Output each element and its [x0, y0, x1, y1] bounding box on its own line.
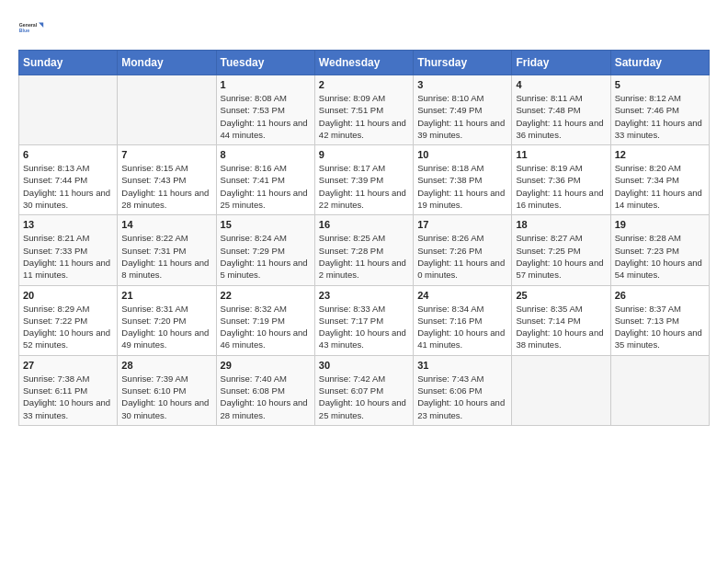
- calendar-cell: 29Sunrise: 7:40 AM Sunset: 6:08 PM Dayli…: [216, 355, 314, 425]
- calendar-cell: 16Sunrise: 8:25 AM Sunset: 7:28 PM Dayli…: [314, 215, 413, 285]
- calendar-cell: 20Sunrise: 8:29 AM Sunset: 7:22 PM Dayli…: [19, 285, 118, 355]
- calendar-cell: 28Sunrise: 7:39 AM Sunset: 6:10 PM Dayli…: [118, 355, 216, 425]
- calendar-cell: [512, 355, 610, 425]
- svg-text:General: General: [19, 22, 38, 28]
- day-info: Sunrise: 8:34 AM Sunset: 7:16 PM Dayligh…: [417, 303, 507, 351]
- day-info: Sunrise: 8:21 AM Sunset: 7:33 PM Dayligh…: [23, 232, 113, 281]
- day-number: 5: [615, 79, 705, 90]
- day-number: 10: [417, 149, 507, 160]
- day-info: Sunrise: 7:39 AM Sunset: 6:10 PM Dayligh…: [121, 373, 211, 421]
- calendar-cell: 9Sunrise: 8:17 AM Sunset: 7:39 PM Daylig…: [314, 145, 413, 215]
- logo-icon: GeneralBlue: [18, 15, 44, 40]
- calendar-cell: 24Sunrise: 8:34 AM Sunset: 7:16 PM Dayli…: [414, 285, 512, 355]
- day-number: 9: [319, 149, 409, 160]
- calendar-cell: 31Sunrise: 7:43 AM Sunset: 6:06 PM Dayli…: [414, 355, 512, 425]
- calendar-cell: 1Sunrise: 8:08 AM Sunset: 7:53 PM Daylig…: [216, 75, 314, 145]
- weekday-header: Thursday: [414, 51, 512, 75]
- day-info: Sunrise: 7:40 AM Sunset: 6:08 PM Dayligh…: [221, 373, 311, 421]
- weekday-header: Friday: [512, 51, 610, 75]
- calendar-cell: 8Sunrise: 8:16 AM Sunset: 7:41 PM Daylig…: [216, 145, 314, 215]
- day-number: 21: [121, 290, 211, 301]
- day-number: 29: [221, 360, 311, 371]
- calendar-week-row: 13Sunrise: 8:21 AM Sunset: 7:33 PM Dayli…: [19, 215, 710, 285]
- day-info: Sunrise: 7:38 AM Sunset: 6:11 PM Dayligh…: [23, 373, 113, 421]
- svg-marker-2: [39, 22, 43, 28]
- calendar-week-row: 1Sunrise: 8:08 AM Sunset: 7:53 PM Daylig…: [19, 75, 710, 145]
- day-info: Sunrise: 7:42 AM Sunset: 6:07 PM Dayligh…: [319, 373, 409, 421]
- day-info: Sunrise: 8:29 AM Sunset: 7:22 PM Dayligh…: [23, 303, 113, 351]
- day-info: Sunrise: 8:22 AM Sunset: 7:31 PM Dayligh…: [121, 232, 211, 281]
- day-number: 14: [121, 219, 211, 230]
- calendar-cell: 15Sunrise: 8:24 AM Sunset: 7:29 PM Dayli…: [216, 215, 314, 285]
- day-number: 6: [23, 149, 113, 160]
- weekday-header: Sunday: [19, 51, 118, 75]
- svg-text:Blue: Blue: [19, 28, 29, 33]
- day-info: Sunrise: 8:18 AM Sunset: 7:38 PM Dayligh…: [417, 162, 507, 211]
- calendar-cell: 2Sunrise: 8:09 AM Sunset: 7:51 PM Daylig…: [314, 75, 413, 145]
- day-number: 19: [615, 219, 705, 230]
- day-number: 1: [221, 79, 311, 90]
- day-number: 22: [221, 290, 311, 301]
- page-header: GeneralBlue: [18, 15, 710, 40]
- calendar-cell: 10Sunrise: 8:18 AM Sunset: 7:38 PM Dayli…: [414, 145, 512, 215]
- day-info: Sunrise: 8:33 AM Sunset: 7:17 PM Dayligh…: [319, 303, 409, 351]
- day-info: Sunrise: 8:26 AM Sunset: 7:26 PM Dayligh…: [417, 232, 507, 281]
- weekday-header: Saturday: [610, 51, 709, 75]
- day-info: Sunrise: 8:27 AM Sunset: 7:25 PM Dayligh…: [516, 232, 606, 281]
- day-info: Sunrise: 8:37 AM Sunset: 7:13 PM Dayligh…: [615, 303, 705, 351]
- calendar-cell: 19Sunrise: 8:28 AM Sunset: 7:23 PM Dayli…: [610, 215, 709, 285]
- day-number: 4: [516, 79, 606, 90]
- day-number: 20: [23, 290, 113, 301]
- calendar-cell: 18Sunrise: 8:27 AM Sunset: 7:25 PM Dayli…: [512, 215, 610, 285]
- calendar-week-row: 27Sunrise: 7:38 AM Sunset: 6:11 PM Dayli…: [19, 355, 710, 425]
- day-number: 17: [417, 219, 507, 230]
- calendar-cell: 30Sunrise: 7:42 AM Sunset: 6:07 PM Dayli…: [314, 355, 413, 425]
- day-info: Sunrise: 8:13 AM Sunset: 7:44 PM Dayligh…: [23, 162, 113, 211]
- day-info: Sunrise: 8:20 AM Sunset: 7:34 PM Dayligh…: [615, 162, 705, 211]
- day-number: 11: [516, 149, 606, 160]
- day-number: 25: [516, 290, 606, 301]
- day-number: 3: [417, 79, 507, 90]
- calendar-cell: 3Sunrise: 8:10 AM Sunset: 7:49 PM Daylig…: [414, 75, 512, 145]
- day-number: 26: [615, 290, 705, 301]
- day-number: 7: [121, 149, 211, 160]
- day-info: Sunrise: 8:31 AM Sunset: 7:20 PM Dayligh…: [121, 303, 211, 351]
- day-number: 23: [319, 290, 409, 301]
- calendar-cell: 11Sunrise: 8:19 AM Sunset: 7:36 PM Dayli…: [512, 145, 610, 215]
- calendar-table: SundayMondayTuesdayWednesdayThursdayFrid…: [18, 50, 710, 426]
- day-number: 15: [221, 219, 311, 230]
- day-number: 2: [319, 79, 409, 90]
- calendar-cell: 14Sunrise: 8:22 AM Sunset: 7:31 PM Dayli…: [118, 215, 216, 285]
- day-number: 12: [615, 149, 705, 160]
- calendar-cell: 7Sunrise: 8:15 AM Sunset: 7:43 PM Daylig…: [118, 145, 216, 215]
- day-info: Sunrise: 8:12 AM Sunset: 7:46 PM Dayligh…: [615, 92, 705, 141]
- day-info: Sunrise: 8:19 AM Sunset: 7:36 PM Dayligh…: [516, 162, 606, 211]
- day-info: Sunrise: 8:35 AM Sunset: 7:14 PM Dayligh…: [516, 303, 606, 351]
- day-info: Sunrise: 8:09 AM Sunset: 7:51 PM Dayligh…: [319, 92, 409, 141]
- day-number: 30: [319, 360, 409, 371]
- day-number: 13: [23, 219, 113, 230]
- calendar-cell: [610, 355, 709, 425]
- day-info: Sunrise: 7:43 AM Sunset: 6:06 PM Dayligh…: [417, 373, 507, 421]
- day-number: 18: [516, 219, 606, 230]
- day-number: 28: [121, 360, 211, 371]
- day-number: 27: [23, 360, 113, 371]
- day-info: Sunrise: 8:08 AM Sunset: 7:53 PM Dayligh…: [221, 92, 311, 141]
- weekday-header: Monday: [118, 51, 216, 75]
- day-info: Sunrise: 8:28 AM Sunset: 7:23 PM Dayligh…: [615, 232, 705, 281]
- day-info: Sunrise: 8:15 AM Sunset: 7:43 PM Dayligh…: [121, 162, 211, 211]
- day-info: Sunrise: 8:16 AM Sunset: 7:41 PM Dayligh…: [221, 162, 311, 211]
- weekday-header: Tuesday: [216, 51, 314, 75]
- calendar-cell: 12Sunrise: 8:20 AM Sunset: 7:34 PM Dayli…: [610, 145, 709, 215]
- calendar-week-row: 6Sunrise: 8:13 AM Sunset: 7:44 PM Daylig…: [19, 145, 710, 215]
- calendar-cell: 26Sunrise: 8:37 AM Sunset: 7:13 PM Dayli…: [610, 285, 709, 355]
- calendar-cell: 22Sunrise: 8:32 AM Sunset: 7:19 PM Dayli…: [216, 285, 314, 355]
- day-number: 16: [319, 219, 409, 230]
- logo: GeneralBlue: [18, 15, 44, 40]
- day-number: 24: [417, 290, 507, 301]
- calendar-cell: 4Sunrise: 8:11 AM Sunset: 7:48 PM Daylig…: [512, 75, 610, 145]
- calendar-cell: [19, 75, 118, 145]
- calendar-cell: [118, 75, 216, 145]
- day-info: Sunrise: 8:17 AM Sunset: 7:39 PM Dayligh…: [319, 162, 409, 211]
- day-info: Sunrise: 8:10 AM Sunset: 7:49 PM Dayligh…: [417, 92, 507, 141]
